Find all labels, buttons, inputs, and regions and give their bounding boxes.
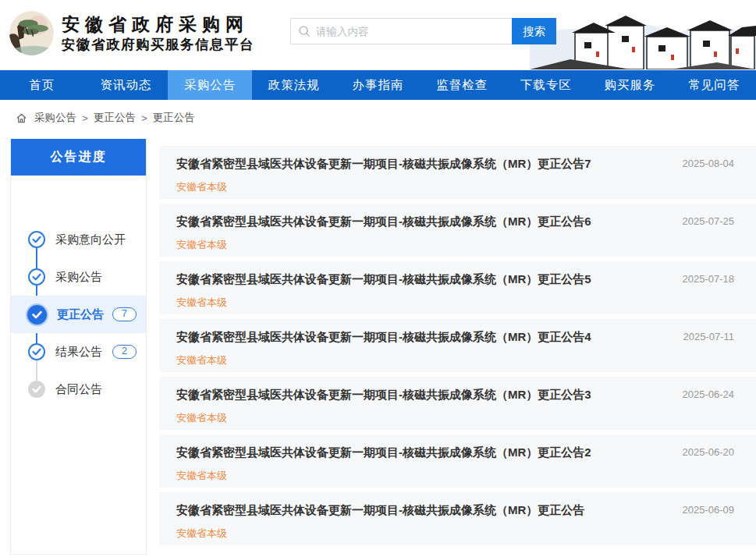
announcement-title[interactable]: 安徽省紧密型县域医共体设备更新一期项目-核磁共振成像系统（MR）更正公告2 <box>176 445 662 460</box>
check-circle-filled-icon <box>27 305 47 325</box>
content-area: 公告进度 采购意向公开 采购公告 更正公告 7 <box>0 137 756 557</box>
step-label: 结果公告 <box>55 345 102 360</box>
step-count-badge: 7 <box>112 307 137 321</box>
announcement-row[interactable]: 安徽省紧密型县域医共体设备更新一期项目-核磁共振成像系统（MR）更正公告7 安徽… <box>159 146 756 199</box>
breadcrumb-separator: > <box>82 112 88 124</box>
announcement-date: 2025-06-20 <box>683 446 735 458</box>
announcement-title[interactable]: 安徽省紧密型县域医共体设备更新一期项目-核磁共振成像系统（MR）更正公告5 <box>176 272 662 287</box>
check-circle-gray-icon <box>28 381 45 398</box>
search-input[interactable] <box>290 18 512 44</box>
breadcrumb-item-3: 更正公告 <box>153 111 195 125</box>
announcement-row[interactable]: 安徽省紧密型县域医共体设备更新一期项目-核磁共振成像系统（MR）更正公告6 安徽… <box>159 204 756 257</box>
announcement-row[interactable]: 安徽省紧密型县域医共体设备更新一期项目-核磁共振成像系统（MR）更正公告3 安徽… <box>159 377 756 430</box>
main-nav: 首页 资讯动态 采购公告 政策法规 办事指南 监督检查 下载专区 购买服务 常见… <box>0 70 756 100</box>
nav-item-purchase-services[interactable]: 购买服务 <box>588 70 673 100</box>
site-header: 安徽省政府采购网 安徽省政府购买服务信息平台 搜索 <box>0 0 756 70</box>
announcement-row[interactable]: 安徽省紧密型县域医共体设备更新一期项目-核磁共振成像系统（MR）更正公告2 安徽… <box>159 435 756 488</box>
step-label: 采购公告 <box>55 270 102 285</box>
announcement-title[interactable]: 安徽省紧密型县域医共体设备更新一期项目-核磁共振成像系统（MR）更正公告4 <box>176 330 662 345</box>
site-title: 安徽省政府采购网 <box>62 13 254 35</box>
step-correction-announcement[interactable]: 更正公告 7 <box>11 296 146 333</box>
announcement-title[interactable]: 安徽省紧密型县域医共体设备更新一期项目-核磁共振成像系统（MR）更正公告 <box>176 503 662 518</box>
announcement-region-tag: 安徽省本级 <box>176 527 662 541</box>
site-logo[interactable] <box>9 11 54 55</box>
announcement-progress-panel: 公告进度 采购意向公开 采购公告 更正公告 7 <box>10 139 147 555</box>
check-circle-icon <box>28 268 45 286</box>
breadcrumb-item-1[interactable]: 采购公告 <box>34 111 76 125</box>
step-label: 采购意向公开 <box>55 232 126 247</box>
announcement-date: 2025-07-25 <box>683 215 735 227</box>
nav-item-guide[interactable]: 办事指南 <box>336 70 421 100</box>
announcement-list: 安徽省紧密型县域医共体设备更新一期项目-核磁共振成像系统（MR）更正公告7 安徽… <box>159 146 756 550</box>
announcement-date: 2025-06-24 <box>683 388 735 400</box>
announcement-title[interactable]: 安徽省紧密型县域医共体设备更新一期项目-核磁共振成像系统（MR）更正公告3 <box>176 388 662 403</box>
step-label: 合同公告 <box>55 382 102 397</box>
sidebar-title: 公告进度 <box>11 139 146 176</box>
check-circle-icon <box>28 231 45 248</box>
nav-item-procurement-announcements[interactable]: 采购公告 <box>168 70 252 100</box>
search-icon <box>298 25 311 37</box>
announcement-date: 2025-06-09 <box>683 504 735 516</box>
announcement-date: 2025-07-18 <box>683 273 735 285</box>
announcement-row[interactable]: 安徽省紧密型县域医共体设备更新一期项目-核磁共振成像系统（MR）更正公告4 安徽… <box>159 319 756 372</box>
breadcrumb: 采购公告 > 更正公告 > 更正公告 <box>0 100 756 137</box>
announcement-region-tag: 安徽省本级 <box>176 180 662 194</box>
brand-block: 安徽省政府采购网 安徽省政府购买服务信息平台 <box>62 13 254 54</box>
pine-tree-logo-icon <box>9 11 54 55</box>
announcement-row[interactable]: 安徽省紧密型县域医共体设备更新一期项目-核磁共振成像系统（MR）更正公告5 安徽… <box>159 261 756 314</box>
village-ink-painting <box>530 0 756 69</box>
nav-item-faq[interactable]: 常见问答 <box>672 70 756 100</box>
announcement-row[interactable]: 安徽省紧密型县域医共体设备更新一期项目-核磁共振成像系统（MR）更正公告 安徽省… <box>159 492 756 545</box>
announcement-region-tag: 安徽省本级 <box>176 296 662 310</box>
announcement-date: 2025-08-04 <box>683 158 735 169</box>
announcement-region-tag: 安徽省本级 <box>176 353 662 367</box>
step-count-badge: 2 <box>112 345 137 359</box>
announcement-region-tag: 安徽省本级 <box>176 469 662 483</box>
nav-item-downloads[interactable]: 下载专区 <box>504 70 588 100</box>
nav-item-policies[interactable]: 政策法规 <box>252 70 336 100</box>
nav-item-news[interactable]: 资讯动态 <box>84 70 169 100</box>
step-procurement-announcement[interactable]: 采购公告 <box>11 258 146 296</box>
site-subtitle: 安徽省政府购买服务信息平台 <box>62 35 254 54</box>
search-bar: 搜索 <box>290 18 556 44</box>
nav-item-home[interactable]: 首页 <box>0 70 84 100</box>
step-result-announcement[interactable]: 结果公告 2 <box>11 333 146 371</box>
announcement-title[interactable]: 安徽省紧密型县域医共体设备更新一期项目-核磁共振成像系统（MR）更正公告6 <box>176 215 662 229</box>
announcement-region-tag: 安徽省本级 <box>176 411 662 425</box>
breadcrumb-item-2[interactable]: 更正公告 <box>94 111 136 125</box>
step-contract-announcement[interactable]: 合同公告 <box>11 371 146 408</box>
announcement-date: 2025-07-11 <box>683 331 734 342</box>
search-button[interactable]: 搜索 <box>512 18 556 44</box>
step-label: 更正公告 <box>57 307 104 322</box>
progress-steps: 采购意向公开 采购公告 更正公告 7 结果公告 2 <box>11 176 146 408</box>
check-circle-icon <box>28 343 45 360</box>
step-procurement-intent[interactable]: 采购意向公开 <box>11 221 146 258</box>
nav-item-supervision[interactable]: 监督检查 <box>420 70 504 100</box>
announcement-title[interactable]: 安徽省紧密型县域医共体设备更新一期项目-核磁共振成像系统（MR）更正公告7 <box>176 157 662 172</box>
home-icon[interactable] <box>16 112 27 124</box>
breadcrumb-separator: > <box>141 112 147 124</box>
announcement-region-tag: 安徽省本级 <box>176 238 662 252</box>
